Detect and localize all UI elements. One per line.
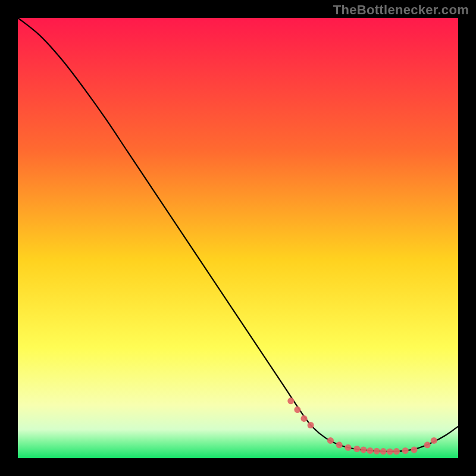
sample-point — [353, 446, 360, 452]
sample-point — [360, 446, 367, 453]
chart-frame: TheBottlenecker.com — [0, 0, 476, 476]
sample-point — [287, 397, 294, 404]
sample-point — [411, 446, 418, 453]
sample-point — [393, 448, 400, 455]
sample-point — [308, 422, 314, 428]
sample-point — [294, 406, 300, 413]
sample-point — [424, 441, 431, 448]
sample-point — [431, 437, 437, 444]
chart-svg — [18, 18, 458, 458]
sample-point — [367, 447, 374, 454]
watermark-label: TheBottlenecker.com — [333, 2, 469, 18]
gradient-background — [18, 18, 458, 458]
sample-point — [345, 444, 352, 451]
sample-point — [387, 448, 393, 455]
sample-point — [327, 437, 334, 444]
sample-point — [380, 448, 387, 455]
sample-point — [374, 448, 380, 455]
sample-point — [336, 441, 343, 448]
plot-area — [18, 18, 458, 458]
sample-point — [301, 415, 308, 422]
sample-point — [402, 447, 409, 454]
